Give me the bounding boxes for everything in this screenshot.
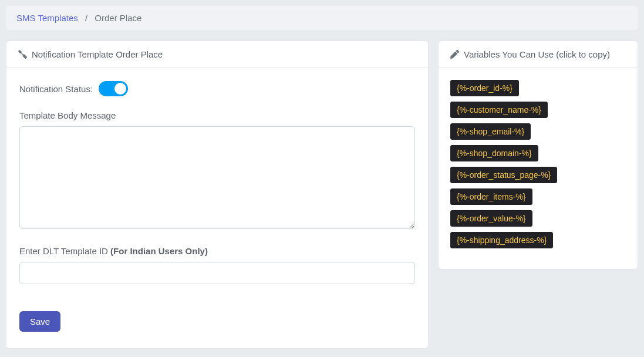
template-card: Notification Template Order Place Notifi… [6, 41, 429, 349]
variables-card-header: Variables You Can Use (click to copy) [439, 41, 638, 68]
dlt-template-label: Enter DLT Template ID (For Indian Users … [19, 246, 415, 256]
template-body-textarea[interactable] [19, 126, 415, 229]
breadcrumb: SMS Templates / Order Place [6, 6, 638, 30]
variable-tag[interactable]: {%-customer_name-%} [450, 102, 548, 118]
variable-tag[interactable]: {%-order_status_page-%} [450, 167, 557, 183]
dlt-template-input[interactable] [19, 262, 415, 284]
notification-status-toggle[interactable] [99, 81, 128, 96]
dlt-label-strong: (For Indian Users Only) [110, 246, 208, 256]
template-card-title: Notification Template Order Place [32, 49, 163, 59]
variables-card: Variables You Can Use (click to copy) {%… [438, 41, 638, 270]
breadcrumb-parent-link[interactable]: SMS Templates [16, 13, 78, 23]
save-button[interactable]: Save [19, 311, 60, 332]
breadcrumb-separator: / [85, 13, 87, 23]
variable-tag[interactable]: {%-order_value-%} [450, 210, 532, 227]
variable-tag[interactable]: {%-shipping_address-%} [450, 232, 553, 248]
variable-tag[interactable]: {%-order_id-%} [450, 80, 519, 96]
template-card-header: Notification Template Order Place [6, 41, 428, 68]
template-body-label: Template Body Message [19, 110, 415, 120]
wrench-icon [18, 50, 27, 59]
variables-card-title: Variables You Can Use (click to copy) [464, 49, 610, 59]
variable-tag[interactable]: {%-order_items-%} [450, 188, 532, 205]
toggle-knob [114, 83, 126, 95]
pencil-icon [450, 50, 459, 59]
dlt-label-text: Enter DLT Template ID [19, 246, 110, 256]
variable-tag[interactable]: {%-shop_email-%} [450, 123, 531, 140]
notification-status-label: Notification Status: [19, 84, 93, 94]
breadcrumb-current: Order Place [95, 13, 141, 23]
variable-tag[interactable]: {%-shop_domain-%} [450, 145, 538, 161]
